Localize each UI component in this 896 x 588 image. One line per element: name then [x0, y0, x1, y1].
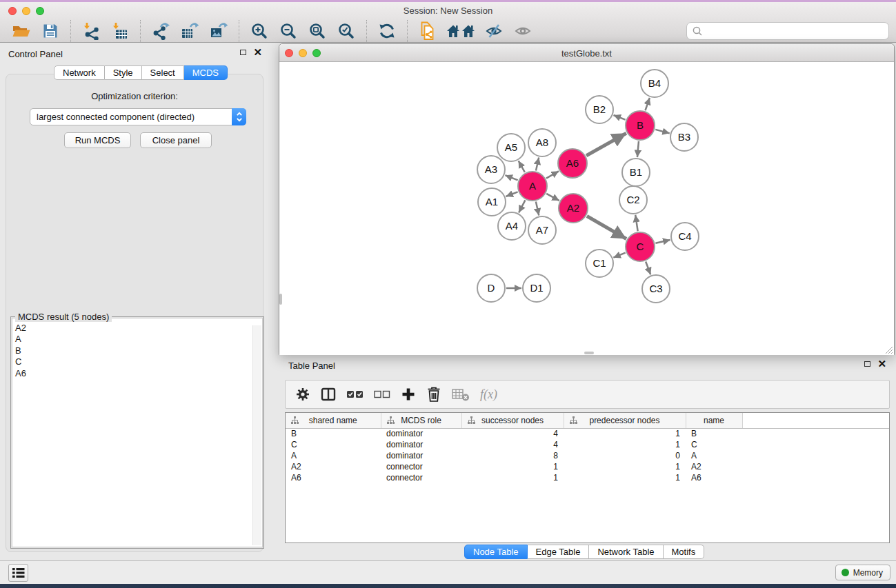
import-network-button[interactable]	[81, 21, 101, 41]
graph-node-D[interactable]: D	[477, 274, 505, 302]
graph-node-A6[interactable]: A6	[558, 149, 587, 178]
graph-node-A3[interactable]: A3	[477, 156, 505, 183]
graph-node-A4[interactable]: A4	[498, 212, 526, 240]
vertical-scrollbar-thumb[interactable]	[279, 294, 282, 305]
close-table-panel-icon[interactable]: ✕	[877, 360, 886, 368]
graph-node-A1[interactable]: A1	[478, 188, 506, 216]
search-input[interactable]	[706, 24, 888, 38]
graph-node-A8[interactable]: A8	[528, 129, 556, 156]
show-columns-button[interactable]	[321, 387, 336, 402]
network-window-titlebar[interactable]: testGlobe.txt	[279, 44, 894, 62]
refresh-button[interactable]	[377, 21, 397, 41]
graph-edge-C-C3[interactable]	[646, 262, 650, 275]
column-header-name[interactable]: name	[686, 413, 742, 428]
graph-node-C4[interactable]: C4	[671, 223, 699, 250]
graph-node-A5[interactable]: A5	[497, 134, 525, 161]
graph-edge-B-B2[interactable]	[613, 115, 625, 120]
delete-column-button[interactable]	[426, 386, 441, 403]
run-mcds-button[interactable]: Run MCDS	[64, 132, 131, 148]
tab-select[interactable]: Select	[142, 65, 184, 80]
memory-button[interactable]: Memory	[835, 565, 890, 580]
table-row[interactable]: A2connector 11 A2	[286, 461, 889, 472]
show-task-history-button[interactable]	[8, 564, 28, 582]
import-table-button[interactable]	[110, 21, 130, 41]
export-table-button[interactable]	[179, 21, 200, 41]
table-settings-button[interactable]	[295, 387, 310, 402]
column-header-predecessor-nodes[interactable]: predecessor nodes	[564, 413, 686, 428]
zoom-fit-button[interactable]	[307, 21, 328, 41]
tab-node-table[interactable]: Node Table	[464, 545, 528, 559]
deselect-all-button[interactable]	[374, 389, 390, 400]
list-item[interactable]: A	[15, 334, 262, 345]
list-item[interactable]: C	[15, 356, 262, 367]
graph-edge-C-C2[interactable]	[635, 215, 637, 231]
zoom-in-button[interactable]	[249, 21, 270, 41]
tab-style[interactable]: Style	[105, 65, 142, 80]
table-row[interactable]: Adominator 80 A	[286, 450, 889, 461]
save-session-button[interactable]	[40, 21, 61, 41]
hide-selected-button[interactable]	[484, 21, 504, 41]
tab-network[interactable]: Network	[54, 65, 105, 80]
float-table-panel-icon[interactable]	[864, 361, 870, 367]
zoom-selected-button[interactable]	[336, 21, 357, 41]
horizontal-scrollbar-thumb[interactable]	[584, 352, 594, 354]
graph-node-D1[interactable]: D1	[523, 274, 550, 302]
home-layout-button[interactable]	[446, 21, 475, 41]
column-header-successor-nodes[interactable]: successor nodes	[461, 413, 564, 428]
search-field[interactable]	[686, 22, 889, 40]
mcds-result-list[interactable]: A2 A B C A6	[12, 318, 263, 547]
function-builder-button[interactable]: f(x)	[480, 387, 497, 402]
graph-edge-A-A7[interactable]	[536, 201, 539, 215]
graph-edge-B-B3[interactable]	[655, 130, 670, 133]
graph-node-A[interactable]: A	[518, 172, 547, 201]
graph-edge-C-C4[interactable]	[655, 240, 670, 243]
graph-node-C2[interactable]: C2	[619, 186, 647, 214]
graph-edge-A-A6[interactable]	[546, 171, 559, 178]
zoom-out-button[interactable]	[278, 21, 299, 41]
table-row[interactable]: Cdominator 41 C	[286, 439, 889, 450]
tab-network-table[interactable]: Network Table	[589, 545, 663, 559]
select-all-button[interactable]	[346, 389, 364, 400]
graph-node-B[interactable]: B	[626, 111, 655, 140]
list-item[interactable]: A2	[15, 323, 262, 334]
graph-node-A7[interactable]: A7	[528, 216, 556, 244]
graph-node-B4[interactable]: B4	[641, 70, 668, 97]
graph-edge-A-A3[interactable]	[505, 175, 517, 180]
graph-edge-A-A1[interactable]	[506, 192, 517, 196]
tab-motifs[interactable]: Motifs	[664, 545, 705, 559]
graph-edge-A6-B[interactable]	[586, 133, 626, 155]
export-image-button[interactable]	[208, 21, 229, 41]
graph-node-B3[interactable]: B3	[670, 123, 698, 151]
tab-edge-table[interactable]: Edge Table	[528, 545, 590, 559]
show-all-button[interactable]	[512, 21, 533, 41]
graph-edge-B-B1[interactable]	[637, 141, 639, 157]
column-header-mcds-role[interactable]: MCDS role	[381, 413, 461, 428]
network-canvas[interactable]: AA1A2A3A4A5A6A7A8BB1B2B3B4CC1C2C3C4DD1	[279, 62, 894, 355]
add-column-button[interactable]	[401, 387, 416, 402]
table-row[interactable]: Bdominator 41 B	[286, 428, 889, 439]
graph-edge-A2-C[interactable]	[587, 216, 626, 239]
graph-edge-A-A8[interactable]	[536, 157, 539, 170]
graph-node-B1[interactable]: B1	[622, 159, 650, 186]
graph-node-B2[interactable]: B2	[586, 96, 613, 123]
graph-edge-A-A2[interactable]	[546, 194, 559, 201]
criterion-dropdown[interactable]: largest connected component (directed)	[30, 108, 246, 125]
clone-network-button[interactable]	[417, 21, 438, 41]
graph-node-C[interactable]: C	[626, 232, 655, 261]
graph-node-C1[interactable]: C1	[586, 250, 613, 277]
resize-grip[interactable]	[885, 346, 893, 354]
column-header-shared-name[interactable]: shared name	[286, 413, 381, 428]
list-item[interactable]: A6	[15, 368, 262, 379]
graph-node-C3[interactable]: C3	[642, 275, 670, 303]
delete-table-button[interactable]	[452, 387, 470, 402]
graph-edge-A-A4[interactable]	[519, 200, 525, 212]
graph-edge-B-B4[interactable]	[645, 98, 649, 110]
graph-edge-C-C1[interactable]	[613, 253, 625, 258]
tab-mcds[interactable]: MCDS	[184, 65, 228, 80]
table-row[interactable]: A6connector 11 A6	[286, 472, 889, 483]
close-panel-button[interactable]: Close panel	[140, 132, 212, 148]
export-network-button[interactable]	[150, 21, 171, 41]
list-item[interactable]: B	[15, 345, 262, 356]
graph-edge-A-A5[interactable]	[519, 161, 525, 172]
open-session-button[interactable]	[11, 21, 32, 41]
